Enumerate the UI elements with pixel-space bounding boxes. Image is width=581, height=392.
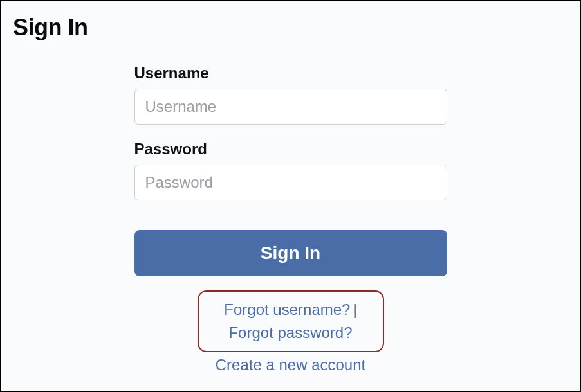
signin-button[interactable]: Sign In <box>134 230 447 276</box>
password-label: Password <box>134 140 447 158</box>
forgot-password-link[interactable]: Forgot password? <box>228 324 352 341</box>
signin-form: Username Password Sign In Forgot usernam… <box>134 64 447 374</box>
page-title: Sign In <box>13 14 568 41</box>
username-label: Username <box>134 64 447 82</box>
password-group: Password <box>134 140 447 200</box>
create-account-link[interactable]: Create a new account <box>216 356 365 373</box>
create-account-row: Create a new account <box>134 356 447 374</box>
forgot-password-row: Forgot password? <box>209 321 373 344</box>
forgot-links-highlight: Forgot username?| Forgot password? <box>198 290 384 352</box>
username-input[interactable] <box>134 89 447 125</box>
password-input[interactable] <box>134 165 447 200</box>
forgot-username-row: Forgot username?| <box>209 298 373 321</box>
username-group: Username <box>134 64 447 125</box>
link-separator: | <box>353 301 356 318</box>
forgot-username-link[interactable]: Forgot username? <box>224 301 350 318</box>
